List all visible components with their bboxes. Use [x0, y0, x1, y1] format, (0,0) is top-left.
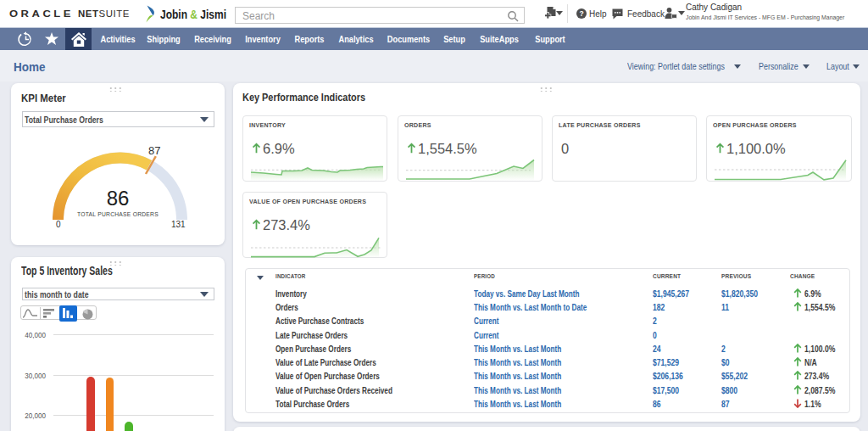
svg-text:?: ? — [579, 9, 583, 18]
